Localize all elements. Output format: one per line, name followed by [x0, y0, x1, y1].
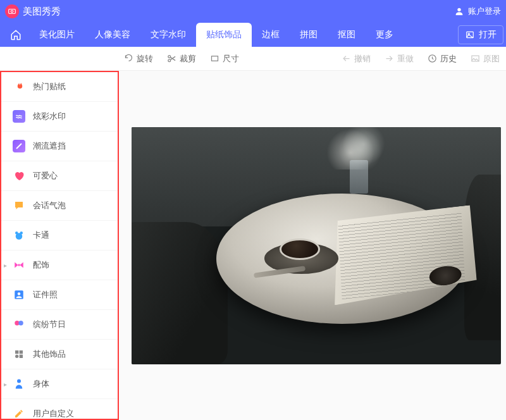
sidebar-item-accessory[interactable]: ▸ 配饰 — [1, 250, 118, 280]
person-square-icon — [13, 288, 25, 301]
tab-frame[interactable]: 边框 — [252, 23, 290, 47]
grid-icon — [13, 348, 25, 361]
tab-cutout[interactable]: 抠图 — [328, 23, 366, 47]
chat-icon — [13, 199, 25, 212]
svg-rect-13 — [18, 264, 20, 266]
sidebar-item-label: 潮流遮挡 — [33, 140, 66, 152]
app-name: 美图秀秀 — [23, 6, 61, 18]
title-bar: 美图秀秀 账户登录 — [0, 0, 506, 23]
history-icon — [428, 54, 437, 63]
svg-rect-0 — [9, 9, 16, 14]
canvas-area — [119, 71, 506, 420]
tab-text[interactable]: 文字水印 — [140, 23, 196, 47]
sidebar-item-label: 身体 — [33, 378, 49, 390]
app-logo: 美图秀秀 — [5, 4, 61, 18]
sticker-sidebar: 热门贴纸 炫彩水印 潮流遮挡 可爱心 会话气泡 卡通 ▸ 配饰 — [0, 71, 119, 420]
scissors-icon — [167, 54, 176, 63]
heart-icon — [13, 170, 25, 182]
original-icon — [471, 54, 480, 63]
tab-collage[interactable]: 拼图 — [290, 23, 328, 47]
flame-icon — [13, 80, 25, 93]
rotate-icon — [124, 54, 133, 63]
svg-point-6 — [168, 59, 171, 62]
svg-point-12 — [16, 233, 23, 240]
svg-rect-21 — [20, 355, 23, 358]
svg-point-20 — [15, 355, 18, 358]
logo-icon — [5, 4, 19, 18]
main-area: 热门贴纸 炫彩水印 潮流遮挡 可爱心 会话气泡 卡通 ▸ 配饰 — [0, 71, 506, 420]
sidebar-item-idphoto[interactable]: 证件照 — [1, 280, 118, 310]
sidebar-item-heart[interactable]: 可爱心 — [1, 161, 118, 191]
rotate-label: 旋转 — [137, 53, 153, 65]
svg-rect-7 — [212, 56, 218, 61]
expand-arrow-icon: ▸ — [4, 262, 7, 269]
sidebar-item-watermark[interactable]: 炫彩水印 — [1, 102, 118, 132]
tab-beautify[interactable]: 美化图片 — [29, 23, 85, 47]
sidebar-item-label: 卡通 — [33, 230, 49, 241]
image-icon — [465, 30, 475, 39]
open-button[interactable]: 打开 — [458, 25, 503, 44]
sidebar-item-other[interactable]: 其他饰品 — [1, 340, 118, 369]
sidebar-item-cartoon[interactable]: 卡通 — [1, 221, 118, 250]
sidebar-item-label: 缤纷节日 — [33, 319, 66, 330]
sidebar-item-body[interactable]: ▸ 身体 — [1, 369, 118, 399]
editing-image[interactable] — [132, 127, 501, 364]
sidebar-item-label: 可爱心 — [33, 170, 58, 182]
sidebar-item-label: 其他饰品 — [33, 349, 66, 360]
redo-tool[interactable]: 重做 — [385, 53, 414, 65]
sidebar-item-label: 热门贴纸 — [33, 81, 66, 92]
svg-point-17 — [18, 321, 23, 326]
svg-point-15 — [18, 292, 21, 295]
svg-point-5 — [168, 56, 171, 58]
sidebar-item-trend[interactable]: 潮流遮挡 — [1, 132, 118, 161]
sidebar-item-bubble[interactable]: 会话气泡 — [1, 191, 118, 221]
history-tool[interactable]: 历史 — [428, 53, 457, 65]
balloons-icon — [13, 318, 25, 331]
slash-icon — [13, 140, 25, 152]
undo-icon — [342, 54, 351, 63]
home-button[interactable] — [3, 23, 29, 47]
history-label: 历史 — [440, 53, 457, 65]
undo-tool[interactable]: 撤销 — [342, 53, 371, 65]
wave-icon — [13, 110, 25, 123]
photo-content — [132, 127, 501, 364]
size-icon — [210, 54, 219, 63]
crop-label: 裁剪 — [180, 53, 196, 65]
original-tool[interactable]: 原图 — [471, 53, 500, 65]
svg-rect-19 — [20, 350, 23, 354]
tab-stickers[interactable]: 贴纸饰品 — [196, 23, 252, 47]
svg-rect-18 — [15, 350, 18, 354]
svg-point-1 — [11, 10, 13, 13]
rotate-tool[interactable]: 旋转 — [124, 53, 153, 65]
sidebar-item-label: 证件照 — [33, 289, 58, 300]
svg-point-2 — [457, 8, 460, 11]
main-nav: 美化图片 人像美容 文字水印 贴纸饰品 边框 拼图 抠图 更多 打开 — [0, 23, 506, 47]
size-label: 尺寸 — [223, 53, 239, 65]
header-right: 账户登录 — [454, 6, 501, 17]
open-label: 打开 — [479, 29, 497, 40]
user-icon — [454, 6, 464, 16]
size-tool[interactable]: 尺寸 — [210, 53, 239, 65]
redo-icon — [385, 54, 394, 63]
pencil-icon — [13, 407, 25, 420]
tab-more[interactable]: 更多 — [366, 23, 404, 47]
sidebar-item-label: 用户自定义 — [33, 408, 74, 419]
tab-portrait[interactable]: 人像美容 — [85, 23, 140, 47]
bow-icon — [13, 259, 25, 271]
sidebar-item-label: 炫彩水印 — [33, 111, 66, 122]
sidebar-item-label: 会话气泡 — [33, 200, 66, 211]
bear-icon — [13, 229, 25, 242]
sidebar-item-label: 配饰 — [33, 259, 49, 271]
undo-label: 撤销 — [354, 53, 371, 65]
person-icon — [13, 378, 25, 390]
original-label: 原图 — [483, 53, 500, 65]
login-button[interactable]: 账户登录 — [468, 6, 501, 17]
crop-tool[interactable]: 裁剪 — [167, 53, 196, 65]
svg-point-22 — [17, 380, 21, 383]
toolbar: 旋转 裁剪 尺寸 撤销 重做 历史 原图 — [0, 47, 506, 71]
sidebar-item-hot[interactable]: 热门贴纸 — [1, 72, 118, 102]
expand-arrow-icon: ▸ — [4, 381, 7, 388]
sidebar-item-custom[interactable]: 用户自定义 — [1, 399, 118, 420]
sidebar-item-festival[interactable]: 缤纷节日 — [1, 310, 118, 340]
redo-label: 重做 — [397, 53, 414, 65]
